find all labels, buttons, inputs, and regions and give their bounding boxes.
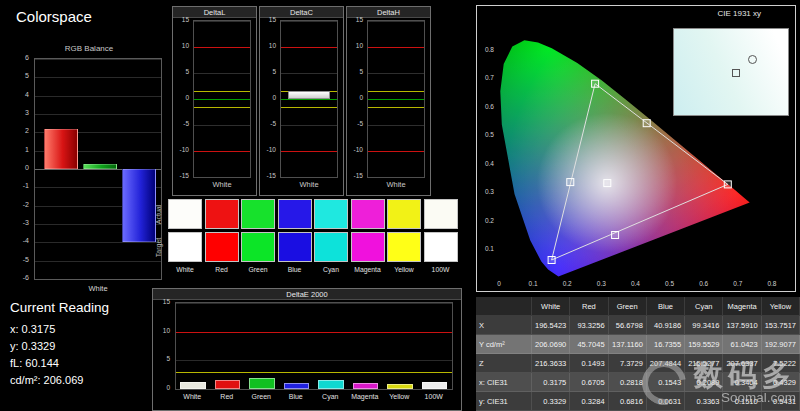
table-cell: 192.9077: [762, 335, 800, 354]
table-header-cell: Blue: [647, 297, 685, 316]
gridline: [35, 279, 161, 280]
threshold-line-yellow: [194, 91, 250, 92]
page-title: Colorspace: [16, 8, 92, 25]
cie-marker-green: [592, 80, 599, 87]
y-tick-label: 0.6: [485, 103, 494, 110]
threshold-line-yellow: [281, 107, 337, 108]
table-cell: 0.1510: [723, 392, 761, 411]
y-tick-label: 10: [182, 42, 189, 49]
y-tick-label: 15: [163, 298, 170, 305]
gridline: [281, 73, 337, 74]
threshold-line-red: [176, 332, 452, 333]
rgb-balance-panel[interactable]: RGB Balance 6543210-1-2-3-4-5-6 White: [8, 44, 170, 302]
deltae-bar-white: [180, 382, 206, 389]
gridline: [35, 77, 161, 78]
reading-fl: fL: 60.144: [10, 355, 109, 372]
reading-cdm2: cd/m²: 206.069: [10, 372, 109, 389]
threshold-line-green: [281, 99, 337, 100]
x-tick-label: 0.5: [660, 280, 680, 287]
table-cell: 61.0423: [723, 335, 761, 354]
table-cell: 207.6337: [723, 354, 761, 373]
delta-chart-deltal[interactable]: DeltaL 151050-5-10-15 White: [172, 6, 257, 196]
y-tick-label: 0: [25, 164, 29, 171]
y-tick-label: 2: [25, 127, 29, 134]
y-tick-label: 0.2: [485, 217, 494, 224]
cie-table[interactable]: WhiteRedGreenBlueCyanMagentaYellowX196.5…: [476, 297, 800, 411]
threshold-line-red: [194, 151, 250, 152]
threshold-line-red: [368, 47, 424, 48]
y-tick-label: -2: [23, 201, 29, 208]
table-cell: 196.5423: [532, 316, 570, 335]
threshold-line-red: [368, 151, 424, 152]
table-cell: 0.0631: [647, 392, 685, 411]
swatch-target-green: [241, 232, 275, 262]
rgb-bar-blue: [122, 169, 156, 242]
x-tick-label: 0.8: [762, 280, 782, 287]
gridline: [176, 303, 452, 304]
deltae-bar-blue: [284, 383, 310, 389]
table-row-label[interactable]: Y cd/m²: [476, 335, 532, 354]
gridline: [35, 59, 161, 60]
delta-chart-deltah[interactable]: DeltaH 151050-5-10-15 White: [346, 6, 431, 196]
y-tick-label: 1: [25, 146, 29, 153]
y-tick-label: -15: [354, 172, 363, 179]
table-cell: 207.4844: [647, 354, 685, 373]
swatch-target-magenta: [351, 232, 385, 262]
y-tick-label: 0.4: [485, 160, 494, 167]
swatch-target-white: [168, 232, 202, 262]
deltae-bar-100w: [422, 382, 448, 389]
y-tick-label: 0: [166, 384, 170, 391]
swatch-target-blue: [278, 232, 312, 262]
deltae2000-panel[interactable]: DeltaE 2000 151050 WhiteRedGreenBlueCyan…: [152, 288, 462, 411]
table-cell: 16.7355: [647, 335, 685, 354]
table-cell: 0.1493: [570, 354, 608, 373]
swatch-target-red: [205, 232, 239, 262]
table-row-label[interactable]: y: CIE31: [476, 392, 532, 411]
swatch-actual-magenta: [351, 199, 385, 229]
y-tick-label: -5: [23, 256, 29, 263]
swatch-column-label: Red: [202, 266, 242, 273]
swatch-row-label-target: Target: [155, 232, 164, 264]
table-row-label[interactable]: x: CIE31: [476, 373, 532, 392]
table-cell: 137.5910: [723, 316, 761, 335]
swatch-column-label: Blue: [275, 266, 315, 273]
rgb-balance-plot: [34, 58, 162, 280]
delta-chart-deltac[interactable]: DeltaC 151050-5-10-15 White: [259, 6, 344, 196]
swatch-row-label-actual: Actual: [155, 199, 164, 231]
y-tick-label: -4: [23, 237, 29, 244]
x-tick-label: 0.6: [694, 280, 714, 287]
deltae-bar-magenta: [353, 383, 379, 389]
y-tick-label: 0.7: [485, 74, 494, 81]
deltae-plot: [175, 302, 453, 390]
gridline: [194, 177, 250, 178]
cie-marker-blue: [548, 257, 555, 264]
cie-panel[interactable]: CIE 1931 xy 0.80.70.60.50.40.30.20.1 00.…: [476, 5, 796, 292]
delta-plot: [280, 20, 338, 178]
swatch-target-100w: [424, 232, 458, 262]
current-reading-title: Current Reading: [10, 300, 109, 315]
swatch-column-label: 100W: [421, 266, 461, 273]
swatch-actual-100w: [424, 199, 458, 229]
delta-bar: [288, 91, 330, 99]
y-tick-label: 0: [185, 94, 189, 101]
reading-x: x: 0.3175: [10, 321, 109, 338]
table-cell: 0.3363: [685, 392, 723, 411]
table-cell: 0.2818: [609, 373, 647, 392]
deltae-ticks: 151050: [153, 302, 174, 388]
threshold-line-yellow: [368, 107, 424, 108]
deltae-bar-green: [249, 378, 275, 389]
delta-plot: [367, 20, 425, 178]
y-tick-label: 15: [269, 16, 276, 23]
swatch-actual-white: [168, 199, 202, 229]
gridline: [35, 96, 161, 97]
swatch-target-cyan: [314, 232, 348, 262]
table-row-label[interactable]: Z: [476, 354, 532, 373]
delta-y-ticks: 151050-5-10-15: [173, 20, 192, 176]
table-row-label[interactable]: X: [476, 316, 532, 335]
swatch-actual-yellow: [387, 199, 421, 229]
rgb-balance-ticks: 6543210-1-2-3-4-5-6: [8, 58, 32, 280]
cie-y-ticks: 0.80.70.60.50.40.30.20.1: [477, 6, 497, 293]
gridline: [368, 73, 424, 74]
y-tick-label: 0.3: [485, 188, 494, 195]
y-tick-label: -3: [23, 219, 29, 226]
